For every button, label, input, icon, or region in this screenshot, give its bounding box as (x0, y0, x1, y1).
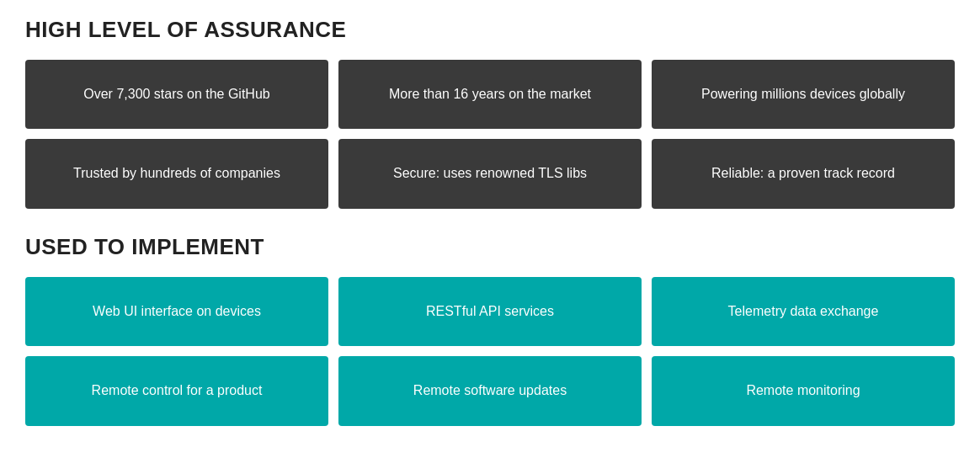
assurance-title: HIGH LEVEL OF ASSURANCE (25, 17, 955, 43)
card-remote-updates: Remote software updates (338, 356, 642, 425)
card-millions-devices: Powering millions devices globally (652, 60, 955, 129)
card-remote-control: Remote control for a product (25, 356, 328, 425)
implement-title: USED TO IMPLEMENT (25, 234, 955, 260)
card-github-stars: Over 7,300 stars on the GitHub (25, 60, 328, 129)
card-restful-api: RESTful API services (338, 277, 642, 346)
card-remote-monitoring: Remote monitoring (652, 356, 955, 425)
card-trusted-companies: Trusted by hundreds of companies (25, 139, 328, 208)
card-reliable-track: Reliable: a proven track record (652, 139, 955, 208)
assurance-grid: Over 7,300 stars on the GitHub More than… (25, 60, 955, 209)
card-years-market: More than 16 years on the market (338, 60, 642, 129)
high-assurance-section: HIGH LEVEL OF ASSURANCE Over 7,300 stars… (25, 17, 955, 209)
implement-section: USED TO IMPLEMENT Web UI interface on de… (25, 234, 955, 426)
card-telemetry: Telemetry data exchange (652, 277, 955, 346)
card-secure-tls: Secure: uses renowned TLS libs (338, 139, 642, 208)
card-web-ui: Web UI interface on devices (25, 277, 328, 346)
implement-grid: Web UI interface on devices RESTful API … (25, 277, 955, 426)
